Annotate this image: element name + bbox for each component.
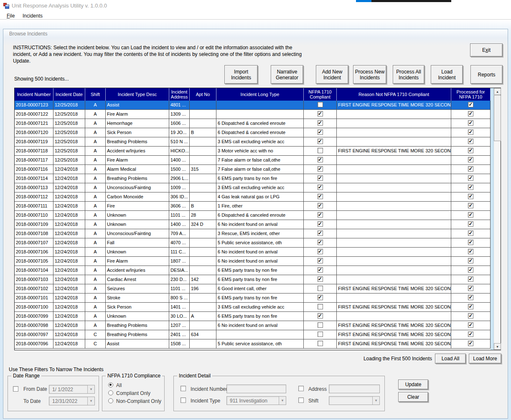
table-row[interactable]: 2018-0000709612/24/2018CAssist1508 ...5 … [15,339,491,349]
processed-checkbox[interactable]: ✓ [468,111,473,116]
table-row[interactable]: 2018-0000711112/24/2018AFire3606 ...B1 F… [15,202,491,211]
nfpa-compliant-checkbox[interactable] [318,102,323,107]
processed-checkbox[interactable]: ✓ [468,240,473,245]
nfpa-compliant-checkbox[interactable] [318,322,323,328]
incident-type-combo[interactable]: 911 Investigation ▾ [226,396,286,405]
table-row[interactable]: 2018-0000712112/25/2018AHemorrhage1606 .… [15,119,491,128]
narrative-generator-button[interactable]: Narrative Generator [271,65,303,84]
incident-type-dropdown-arrow-icon[interactable]: ▾ [279,397,286,405]
nfpa-compliant-checkbox[interactable] [318,341,323,346]
processed-checkbox[interactable]: ✓ [468,129,473,135]
menu-incidents[interactable]: Incidents [21,13,44,19]
processed-checkbox[interactable]: ✓ [468,166,473,172]
column-header[interactable]: Incident Long Type [216,88,304,101]
shift-checkbox[interactable] [298,397,304,403]
column-header[interactable]: Shift [85,88,106,101]
nfpa-compliant-checkbox[interactable]: ✓ [318,185,323,190]
processed-checkbox[interactable]: ✓ [468,267,473,273]
import-incidents-button[interactable]: Import Incidents [224,65,258,84]
column-header[interactable]: Incident Address [169,88,190,101]
from-date-combo[interactable]: 1/ 1/2022 ▾ [49,385,95,394]
nfpa-compliant-checkbox[interactable]: ✓ [318,313,323,319]
processed-checkbox[interactable]: ✓ [468,157,473,162]
nfpa-compliant-checkbox[interactable]: ✓ [318,194,323,199]
processed-checkbox[interactable]: ✓ [468,203,473,208]
nfpa-compliant-checkbox[interactable]: ✓ [318,276,323,282]
incident-type-checkbox[interactable] [181,397,186,403]
load-all-button[interactable]: Load All [435,354,466,364]
table-row[interactable]: 2018-0000711412/24/2018ABreathing Proble… [15,174,491,183]
processed-checkbox[interactable]: ✓ [468,313,473,319]
processed-checkbox[interactable]: ✓ [468,276,473,282]
table-row[interactable]: 2018-0000709912/24/2018AUnknown30 LO...A… [15,312,491,321]
table-row[interactable]: 2018-0000710312/24/2018ACardiac Arrest23… [15,275,491,284]
from-date-checkbox[interactable] [13,386,18,392]
process-all-incidents-button[interactable]: Process All Incidents [393,65,425,84]
processed-checkbox[interactable]: ✓ [468,175,473,181]
table-row[interactable]: 2018-0000711812/25/2018AAccident w/Injur… [15,147,491,156]
processed-checkbox[interactable]: ✓ [468,212,473,218]
to-date-dropdown-arrow-icon[interactable]: ▾ [87,397,94,405]
column-header[interactable]: Incident Date [53,88,85,101]
table-row[interactable]: 2018-0000711012/24/2018AUnknown1101 ...2… [15,211,491,220]
nfpa-compliant-checkbox[interactable]: ✓ [318,166,323,172]
compliance-compliant-only-label[interactable]: Compliant Only [116,390,150,396]
table-row[interactable]: 2018-0000712212/25/2018AFire Alarm1309 .… [15,110,491,119]
nfpa-compliant-checkbox[interactable]: ✓ [318,120,323,126]
table-row[interactable]: 2018-0000710012/24/2018ASick Person1401 … [15,303,491,312]
nfpa-compliant-checkbox[interactable]: ✓ [318,175,323,181]
column-header[interactable]: Incident Type Desc [106,88,169,101]
processed-checkbox[interactable]: ✓ [468,185,473,190]
processed-checkbox[interactable]: ✓ [468,102,473,107]
compliance-compliant-only-radio[interactable] [108,390,113,395]
processed-checkbox[interactable]: ✓ [468,258,473,263]
shift-dropdown-arrow-icon[interactable]: ▾ [372,397,379,405]
nfpa-compliant-checkbox[interactable]: ✓ [318,267,323,273]
nfpa-compliant-checkbox[interactable] [318,148,323,153]
table-row[interactable]: 2018-0000711712/25/2018AFire Alarm1400 .… [15,156,491,165]
process-new-incidents-button[interactable]: Process New Incidents [353,65,386,84]
nfpa-compliant-checkbox[interactable] [318,304,323,309]
table-row[interactable]: 2018-0000710812/24/2018AUnconscious/Fain… [15,229,491,238]
processed-checkbox[interactable]: ✓ [468,295,473,300]
table-row[interactable]: 2018-0000711612/24/2018AAlarm Medical150… [15,165,491,174]
processed-checkbox[interactable]: ✓ [468,249,473,254]
processed-checkbox[interactable]: ✓ [468,331,473,337]
nfpa-compliant-checkbox[interactable]: ✓ [318,203,323,208]
processed-checkbox[interactable]: ✓ [468,322,473,328]
reports-button[interactable]: Reports [470,65,503,84]
processed-checkbox[interactable]: ✓ [468,304,473,309]
column-header[interactable]: Reason Not NFPA 1710 Compliant [337,88,451,101]
table-row[interactable]: 2018-0000709712/24/2018CBreathing Proble… [15,330,491,339]
nfpa-compliant-checkbox[interactable]: ✓ [318,295,323,300]
nfpa-compliant-checkbox[interactable]: ✓ [318,157,323,162]
table-row[interactable]: 2018-0000710612/24/2018AUnknown111 C...6… [15,248,491,257]
processed-checkbox[interactable]: ✓ [468,341,473,346]
to-date-combo[interactable]: 12/31/2022 ▾ [49,397,95,405]
column-header[interactable]: Apt No [190,88,216,101]
processed-checkbox[interactable]: ✓ [468,194,473,199]
column-header[interactable]: NFPA 1710 Compliant [304,88,337,101]
processed-checkbox[interactable]: ✓ [468,148,473,153]
scroll-down-button[interactable]: ▼ [494,343,501,350]
table-row[interactable]: 2018-0000710212/24/2018ASeizures1101 ...… [15,284,491,293]
scroll-up-button[interactable]: ▲ [494,88,501,95]
exit-button[interactable]: Exit [470,43,503,57]
menu-file[interactable]: File [5,13,16,19]
nfpa-compliant-checkbox[interactable]: ✓ [318,221,323,227]
scroll-thumb[interactable] [494,95,501,141]
compliance-all-radio[interactable] [108,382,113,387]
processed-checkbox[interactable]: ✓ [468,120,473,126]
from-date-dropdown-arrow-icon[interactable]: ▾ [87,385,94,393]
load-more-button[interactable]: Load More [469,354,501,364]
table-row[interactable]: 2018-0000711312/24/2018AUnconscious/Fain… [15,183,491,192]
column-header[interactable]: Processed for NFPA 1710 [451,88,491,101]
processed-checkbox[interactable]: ✓ [468,230,473,236]
incident-grid[interactable]: Incident NumberIncident DateShiftInciden… [14,88,501,350]
table-row[interactable]: 2018-0000710412/24/2018AAccident w/Injur… [15,266,491,275]
address-input[interactable] [329,385,380,393]
update-button[interactable]: Update [398,380,428,390]
nfpa-compliant-checkbox[interactable] [318,286,323,291]
shift-combo[interactable]: ▾ [329,396,380,405]
nfpa-compliant-checkbox[interactable]: ✓ [318,258,323,263]
